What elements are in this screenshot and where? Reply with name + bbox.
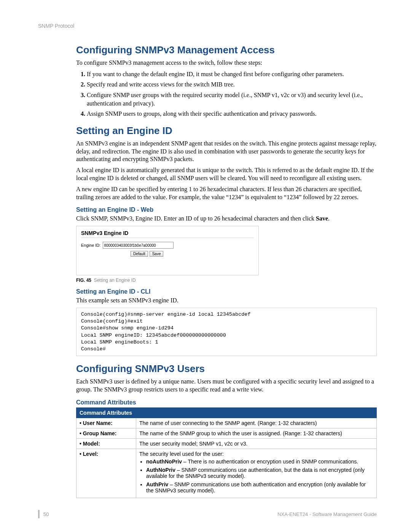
content-area: Configuring SNMPv3 Management Access To … [76,44,377,498]
steps-list: If you want to change the default engine… [76,70,377,118]
cli-code-block: Console(config)#snmp-server engine-id lo… [76,308,377,356]
attr-desc: The name of user connecting to the SNMP … [136,418,377,428]
subheading-cli: Setting an Engine ID - CLI [76,288,377,295]
attr-desc: The user security model; SNMP v1, v2c or… [136,438,377,449]
level-item: AuthPriv – SNMP communications use both … [146,481,373,494]
table-row: • User Name: The name of user connecting… [76,418,377,428]
table-row: • Model: The user security model; SNMP v… [76,438,377,449]
heading-config-access: Configuring SNMPv3 Management Access [76,44,377,56]
page-number: 50 [43,511,49,517]
body-paragraph: A new engine ID can be specified by ente… [76,185,377,201]
step-item: Assign SNMP users to groups, along with … [87,110,377,118]
body-paragraph: A local engine ID is automatically gener… [76,166,377,182]
table-row: • Group Name: The name of the SNMP group… [76,428,377,438]
heading-config-users: Configuring SNMPv3 Users [76,363,377,375]
command-attributes-table: Command Attributes • User Name: The name… [76,407,377,498]
engine-id-input[interactable] [103,242,174,249]
attr-label: • Level: [76,449,136,498]
figure-field-row: Engine ID: [81,242,254,249]
page: SNMP Protocol Configuring SNMPv3 Managem… [0,0,411,532]
body-paragraph: This example sets an SNMPv3 engine ID. [76,297,377,305]
page-footer: 50 NXA-ENET24 - Software Management Guid… [38,510,377,518]
attr-label: • Group Name: [76,428,136,438]
step-item: Configure SNMP user groups with the requ… [87,91,377,107]
default-button[interactable]: Default [131,251,148,257]
intro-paragraph: To configure SNMPv3 management access to… [76,59,377,67]
level-item: noAuthNoPriv – There is no authenticatio… [146,459,373,465]
step-item: Specify read and write access views for … [87,80,377,89]
heading-engine-id: Setting an Engine ID [76,125,377,137]
save-button[interactable]: Save [150,251,164,257]
figure-caption: FIG. 45 Setting an Engine ID [76,278,377,283]
attr-desc: The security level used for the user: no… [136,449,377,498]
level-item: AuthNoPriv – SNMP communications use aut… [146,467,373,479]
doc-title: NXA-ENET24 - Software Management Guide [277,511,377,517]
running-header: SNMP Protocol [38,23,377,29]
body-paragraph: Each SNMPv3 user is defined by a unique … [76,378,377,394]
table-header: Command Attributes [76,407,377,418]
table-row: • Level: The security level used for the… [76,449,377,498]
step-item: If you want to change the default engine… [87,70,377,78]
body-paragraph: An SNMPv3 engine is an independent SNMP … [76,140,377,163]
attr-label: • User Name: [76,418,136,428]
attr-label: • Model: [76,438,136,449]
subheading-command-attributes: Command Attributes [76,399,377,406]
engine-id-label: Engine ID: [81,243,100,248]
figure-engine-id-panel: SNMPv3 Engine ID Engine ID: Default Save [76,226,259,275]
body-paragraph: Click SNMP, SNMPv3, Engine ID. Enter an … [76,215,377,223]
attr-desc: The name of the SNMP group to which the … [136,428,377,438]
subheading-web: Setting an Engine ID - Web [76,206,377,213]
figure-panel-title: SNMPv3 Engine ID [81,230,254,238]
